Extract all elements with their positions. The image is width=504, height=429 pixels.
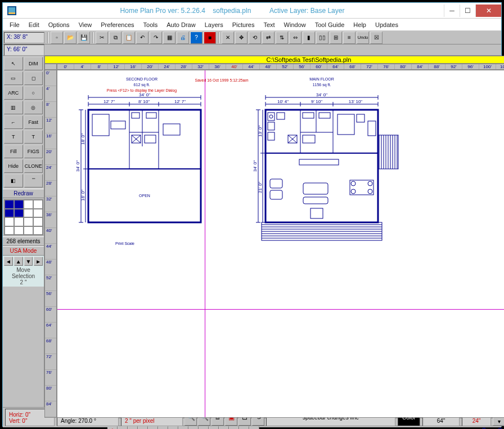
snap-dot[interactable]: ● [168, 426, 178, 429]
snap-minus-icon[interactable]: − [249, 426, 259, 429]
move-up-icon[interactable]: ▲ [14, 257, 23, 266]
tool-2[interactable]: ▭ [4, 72, 23, 85]
undo-icon[interactable]: ↶ [136, 32, 148, 44]
tool-1[interactable]: DIM [24, 57, 43, 70]
menu-auto-draw[interactable]: Auto Draw [162, 20, 200, 29]
filepath-bar: C:\Softpedia Test\Softpedia.pln × [44, 56, 504, 64]
tool-10[interactable]: T [4, 130, 23, 144]
tool-3[interactable]: ◻ [24, 72, 43, 85]
tool-0[interactable]: ↖ [4, 57, 23, 70]
redraw-button[interactable]: Redraw [3, 189, 44, 198]
group-icon[interactable]: ⊞ [330, 32, 342, 44]
line-icon[interactable]: ≡ [343, 32, 356, 44]
tool-4[interactable]: ARC [4, 86, 23, 100]
drawing-canvas[interactable]: SECOND FLOOR 612 sq ft. Press <F12> to d… [57, 70, 504, 418]
snap-dot[interactable]: ● [229, 426, 239, 429]
menu-tool-guide[interactable]: Tool Guide [310, 20, 349, 29]
minimize-button[interactable]: ─ [444, 5, 460, 17]
menu-window[interactable]: Window [280, 20, 310, 29]
snap-dot[interactable]: ● [239, 426, 249, 429]
toolbar-1: X: 38' 8" ▫ 📂 💾 ✂ ⧉ 📋 ↶ ↷ ▦ 🖨 ? ■ ✕ ✥ ⟲ … [3, 31, 501, 44]
mode-label[interactable]: USA Mode [3, 246, 44, 256]
rotate-icon[interactable]: ⟲ [249, 32, 261, 44]
snap-settings-link[interactable]: Snap Settings [478, 427, 505, 429]
copy-icon[interactable]: ⧉ [109, 32, 122, 44]
save-icon[interactable]: 💾 [78, 32, 90, 44]
svg-text:12' 7": 12' 7" [104, 99, 115, 104]
grid-icon[interactable]: ▦ [163, 32, 176, 44]
svg-rect-83 [310, 208, 323, 218]
tool-6[interactable]: ▥ [4, 101, 23, 114]
snap-dot[interactable]: ● [219, 426, 229, 429]
speed-down-icon[interactable]: ▾ [493, 417, 504, 426]
print-icon[interactable]: 🖨 [177, 32, 189, 44]
menu-help[interactable]: Help [349, 20, 371, 29]
snap-dot[interactable]: ● [199, 426, 209, 429]
paste-icon[interactable]: 📋 [123, 32, 135, 44]
svg-text:12' 7": 12' 7" [174, 99, 186, 104]
status-angle: Angle: 270.0 ° [61, 418, 115, 424]
move-panel: ◄ ▲ ▼ ► Move Selection 2 " [3, 256, 44, 287]
maximize-button[interactable]: ☐ [460, 5, 475, 17]
svg-rect-75 [338, 114, 354, 135]
tool-15[interactable]: CLONE [24, 159, 43, 173]
menu-pictures[interactable]: Pictures [228, 20, 259, 29]
pan-icon[interactable]: ✥ [235, 32, 248, 44]
snap-dot[interactable]: ● [128, 426, 138, 429]
svg-point-88 [368, 189, 372, 194]
flip-h-icon[interactable]: ⇄ [262, 32, 274, 44]
tool-14[interactable]: Hide [4, 159, 23, 173]
menu-preferences[interactable]: Preferences [96, 20, 138, 29]
distribute-icon[interactable]: ▯▯ [316, 32, 328, 44]
menu-edit[interactable]: Edit [24, 20, 44, 29]
tool-8[interactable]: ⌐ [4, 115, 23, 129]
move-icon[interactable]: ✕ [222, 32, 234, 44]
flip-v-icon[interactable]: ⇅ [276, 32, 288, 44]
tool-9[interactable]: Fast [24, 115, 43, 129]
snap-dot[interactable]: ● [158, 426, 168, 429]
close-button[interactable]: ✕ [475, 5, 501, 17]
svg-rect-1 [8, 7, 15, 12]
move-down-icon[interactable]: ▼ [24, 257, 33, 266]
svg-rect-19 [88, 110, 201, 222]
snap-dot[interactable]: ● [148, 426, 158, 429]
tool-7[interactable]: ◎ [24, 101, 43, 114]
svg-rect-76 [357, 114, 364, 122]
tool-12[interactable]: Fill [4, 145, 23, 158]
redo-icon[interactable]: ↷ [150, 32, 162, 44]
snap-dot[interactable]: ● [178, 426, 188, 429]
move-left-icon[interactable]: ◄ [4, 257, 13, 266]
new-icon[interactable]: ▫ [51, 32, 63, 44]
help-icon[interactable]: ? [190, 32, 202, 44]
move-right-icon[interactable]: ► [34, 257, 43, 266]
snap-dot[interactable]: ● [188, 426, 199, 429]
tool-16[interactable]: ◧ [4, 174, 23, 187]
tool-13[interactable]: FIGS [24, 145, 43, 158]
menu-options[interactable]: Options [44, 20, 74, 29]
snap-dot[interactable]: ● [138, 426, 148, 429]
mirror-icon[interactable]: ⇔ [289, 32, 302, 44]
tool-17[interactable]: ⎺ [24, 174, 43, 187]
menu-updates[interactable]: Updates [371, 20, 403, 29]
stop-icon[interactable]: ■ [204, 32, 216, 44]
snap-dot[interactable]: ● [209, 426, 219, 429]
menu-text[interactable]: Text [259, 20, 279, 29]
tool-5[interactable]: ○ [24, 86, 43, 100]
color-grid[interactable] [4, 199, 43, 235]
menu-file[interactable]: File [5, 20, 24, 29]
tool-11[interactable]: T [24, 130, 43, 144]
align-icon[interactable]: ▮ [303, 32, 315, 44]
h-ruler: 0'4'8'12'16'20'24'28'32'36'40'44'48'52'5… [57, 64, 504, 70]
menu-view[interactable]: View [74, 20, 97, 29]
trash-icon[interactable]: ☒ [370, 32, 382, 44]
svg-text:OPEN: OPEN [139, 194, 150, 198]
svg-text:21' 0": 21' 0" [258, 182, 263, 193]
menu-tools[interactable]: Tools [139, 20, 163, 29]
menu-layers[interactable]: Layers [200, 20, 228, 29]
snap-plus-icon[interactable]: + [107, 426, 118, 429]
snap-dot[interactable]: ● [118, 426, 128, 429]
undo2-icon[interactable]: Undo [357, 32, 369, 44]
svg-rect-79 [270, 179, 282, 188]
cut-icon[interactable]: ✂ [96, 32, 108, 44]
open-icon[interactable]: 📂 [64, 32, 76, 44]
